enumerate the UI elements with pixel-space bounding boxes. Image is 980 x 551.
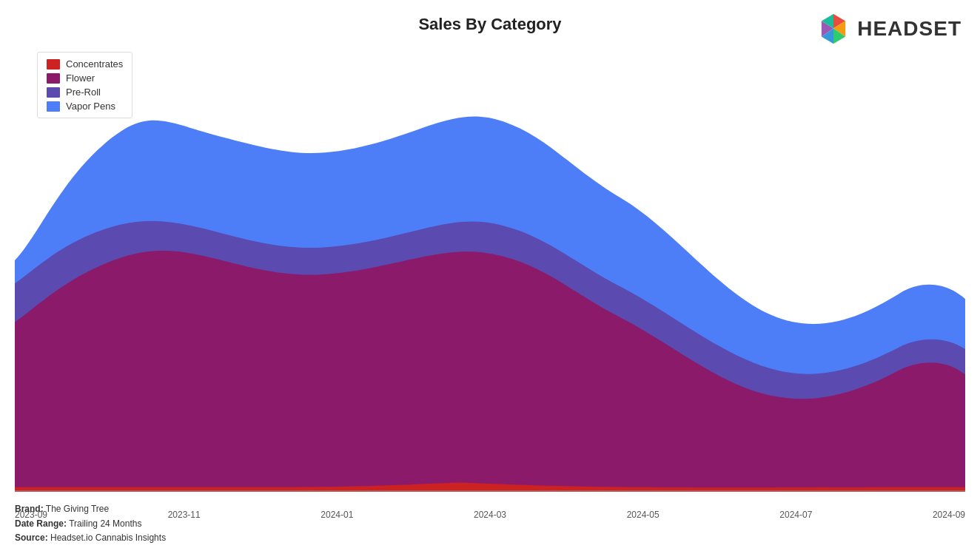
- chart-container: HEADSET Sales By Category Concentrates F…: [0, 0, 980, 551]
- headset-logo-text: HEADSET: [857, 17, 961, 41]
- headset-logo-icon: [816, 11, 851, 47]
- x-label-2: 2024-01: [320, 510, 353, 520]
- footer-info: Brand: The Giving Tree Date Range: Trail…: [15, 502, 166, 545]
- brand-label: Brand:: [15, 504, 44, 514]
- source-value: Headset.io Cannabis Insights: [50, 533, 166, 543]
- source-row: Source: Headset.io Cannabis Insights: [15, 531, 166, 545]
- chart-area: [15, 44, 965, 492]
- headset-logo: HEADSET: [816, 11, 961, 47]
- x-label-6: 2024-09: [933, 510, 965, 520]
- chart-svg: [15, 44, 965, 492]
- x-label-1: 2023-11: [168, 510, 201, 520]
- x-label-3: 2024-03: [474, 510, 506, 520]
- date-range-row: Date Range: Trailing 24 Months: [15, 517, 166, 531]
- source-label: Source:: [15, 533, 48, 543]
- x-label-5: 2024-07: [779, 510, 812, 520]
- date-range-value: Trailing 24 Months: [69, 518, 141, 529]
- brand-value: The Giving Tree: [46, 504, 109, 514]
- date-range-label: Date Range:: [15, 518, 67, 529]
- x-label-4: 2024-05: [627, 510, 660, 520]
- brand-row: Brand: The Giving Tree: [15, 502, 166, 516]
